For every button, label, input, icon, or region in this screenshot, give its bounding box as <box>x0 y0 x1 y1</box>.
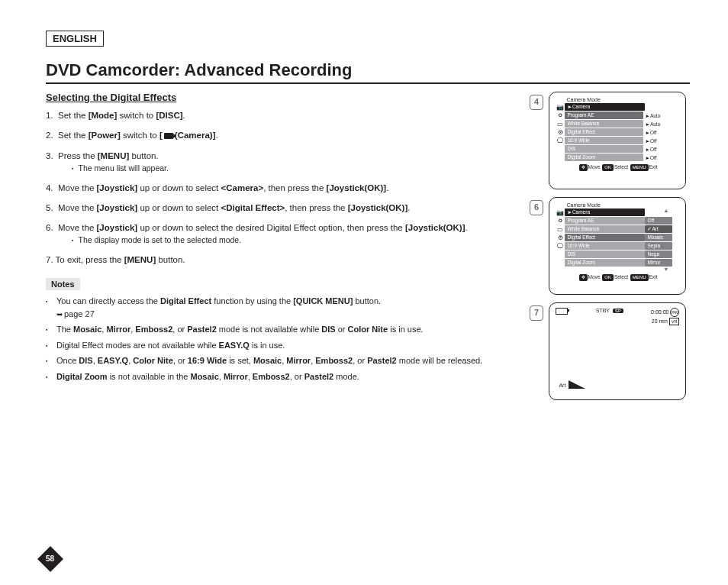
disc-icon: ⭘ <box>556 112 565 120</box>
mem-icon: ▭ <box>556 120 565 128</box>
note-5: Digital Zoom is not available in the Mos… <box>46 370 522 383</box>
note-3: Digital Effect modes are not available w… <box>46 339 522 352</box>
notes-header: Notes <box>46 278 80 290</box>
note-4: Once DIS, EASY.Q, Color Nite, or 16:9 Wi… <box>46 354 522 367</box>
illustrations-column: 4 Camera Mode 📷►Camera ⭘Program AE►Auto … <box>530 92 690 408</box>
gear-icon: ⚙ <box>556 128 565 137</box>
screen6-footer: ✥Move OKSelect MENUExit <box>556 274 679 281</box>
step-badge-4: 4 <box>530 95 543 110</box>
camera-screen-6: Camera Mode 📷►Camera▲ ⭘Program AEOff ▭Wh… <box>549 197 686 295</box>
notes-list: You can directly access the Digital Effe… <box>46 295 522 383</box>
step-4: 4.Move the [Joystick] up or down to sele… <box>46 182 522 195</box>
note-2: The Mosaic, Mirror, Emboss2, or Pastel2 … <box>46 323 522 336</box>
steps-list: 1.Set the [Mode] switch to [DISC]. 2.Set… <box>46 109 522 267</box>
note-1: You can directly access the Digital Effe… <box>46 295 522 320</box>
cam-icon: 📷 <box>556 103 565 112</box>
step-3: 3.Press the [MENU] button.The menu list … <box>46 150 522 175</box>
battery-icon <box>556 308 568 315</box>
camera-icon <box>164 133 173 139</box>
step-2: 2.Set the [Power] switch to [(Camera)]. <box>46 129 522 142</box>
step-badge-6: 6 <box>530 200 543 215</box>
screen-icon: 🖵 <box>556 137 565 145</box>
step-7: 7. To exit, press the [MENU] button. <box>46 254 522 267</box>
screen4-footer: ✥Move OKSelect MENUExit <box>556 164 679 171</box>
language-label: ENGLISH <box>46 31 104 47</box>
step-1: 1.Set the [Mode] switch to [DISC]. <box>46 109 522 122</box>
page-title: DVD Camcorder: Advanced Recording <box>46 60 690 84</box>
camera-screen-7: STBY SP 0:00:00RW 20 minVR Art <box>549 302 686 400</box>
page-number-badge: 58 <box>37 550 66 568</box>
step-6: 6.Move the [Joystick] up or down to sele… <box>46 221 522 247</box>
step-badge-7: 7 <box>530 305 543 321</box>
step-5: 5.Move the [Joystick] up or down to sele… <box>46 202 522 215</box>
section-subtitle: Selecting the Digital Effects <box>46 92 522 103</box>
art-effect-indicator: Art <box>559 380 585 389</box>
camera-screen-4: Camera Mode 📷►Camera ⭘Program AE►Auto ▭W… <box>549 92 686 189</box>
